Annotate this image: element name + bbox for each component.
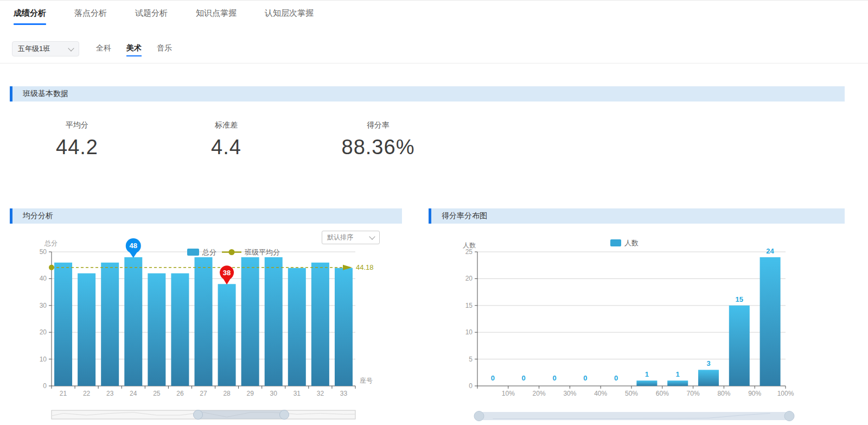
count-bar-90%[interactable] [729,306,750,386]
x-tick-label: 25 [153,390,161,397]
section-title: 班级基本数据 [23,89,68,99]
subject-tab-music[interactable]: 音乐 [157,43,172,56]
bar-value-label: 1 [645,370,649,378]
score-analysis-page: { "colors": { "accent": "#1677ff", "head… [0,0,868,425]
y-tick-label: 10 [40,356,47,363]
x-tick-label: 31 [293,390,301,397]
datazoom-handle-left[interactable] [194,410,203,420]
count-bar-60%[interactable] [636,380,657,386]
legend-bar-marker[interactable] [610,239,621,246]
score-bar-seat-21[interactable] [54,263,72,386]
score-bar-seat-32[interactable] [311,263,329,386]
x-tick-label: 29 [246,390,254,397]
bar-value-label: 0 [614,374,618,382]
y-tick-label: 0 [43,382,47,390]
legend-label[interactable]: 人数 [624,239,639,247]
average-value-label: 44.18 [356,263,374,271]
y-axis-title: 总分 [44,239,58,247]
bar-value-label: 3 [706,359,710,367]
stat-average-score: 平均分 44.2 [34,120,120,159]
bar-value-label: 0 [522,374,526,382]
class-select-value: 五年级1班 [18,44,50,54]
x-tick-label: 24 [130,390,137,397]
tab-score-analysis[interactable]: 成绩分析 [14,8,46,25]
section-accent-bar [10,208,12,224]
score-bar-seat-26[interactable] [171,274,189,386]
y-tick-label: 20 [40,328,47,336]
stat-std-deviation: 标准差 4.4 [188,120,264,159]
avg-panel-header: 均分分析 [10,208,402,224]
score-bar-seat-28[interactable] [218,284,236,386]
bar-value-label: 24 [766,247,774,255]
svg-text:48: 48 [130,242,137,250]
score-bar-seat-29[interactable] [241,257,259,386]
tab-cognitive-mastery[interactable]: 认知层次掌握 [265,8,314,25]
score-bar-seat-27[interactable] [195,257,213,386]
legend-bar-marker[interactable] [187,249,199,256]
average-line-dot [49,265,54,270]
score-bar-seat-24[interactable] [124,257,142,386]
point-marker-48[interactable]: 48 [126,238,141,258]
section-title: 均分分析 [23,211,53,221]
subject-tab-all[interactable]: 全科 [96,43,111,56]
x-tick-label: 90% [748,390,761,397]
datazoom-handle-right[interactable] [784,411,794,421]
datazoom-handle-right[interactable] [280,410,289,420]
score-bar-seat-31[interactable] [288,268,306,386]
dist-chart-area: 051015202510%20%30%40%50%60%70%80%90%100… [429,224,845,425]
chevron-down-icon [369,233,375,239]
x-tick-label: 30% [563,390,576,397]
legend-line-dot[interactable] [229,249,235,255]
x-tick-label: 30 [270,390,278,397]
x-tick-label: 23 [106,390,114,397]
score-bar-seat-25[interactable] [148,274,165,386]
count-bar-70%[interactable] [667,380,688,386]
legend-label[interactable]: 班级平均分 [245,248,280,256]
x-tick-label: 20% [533,390,546,397]
x-tick-label: 28 [223,390,231,397]
x-tick-label: 22 [83,390,91,397]
legend-label[interactable]: 总分 [202,248,216,256]
sort-order-select[interactable]: 默认排序 [322,231,380,244]
active-subject-underline [126,55,142,56]
stat-label: 平均分 [34,120,120,130]
avg-score-panel: 均分分析 01020304050总分座号21222324252627282930… [10,208,402,425]
class-select[interactable]: 五年级1班 [12,41,79,56]
dist-panel-header: 得分率分布图 [429,208,845,224]
x-tick-label: 26 [176,390,184,397]
bar-value-label: 15 [736,295,743,303]
x-tick-label: 32 [317,390,324,397]
tab-label: 认知层次掌握 [265,8,314,17]
score-bar-seat-23[interactable] [101,263,119,386]
count-bar-100%[interactable] [760,257,781,386]
y-tick-label: 50 [40,248,47,256]
y-axis-title: 人数 [463,242,476,249]
basic-stats-row: 平均分 44.2 标准差 4.4 得分率 88.36% [0,120,427,159]
section-accent-bar [429,208,431,224]
point-marker-38[interactable]: 38 [220,265,234,284]
stat-label: 标准差 [188,120,264,130]
tab-landing-analysis[interactable]: 落点分析 [74,8,107,25]
y-tick-label: 15 [465,302,473,309]
y-tick-label: 20 [465,275,473,282]
section-accent-bar [10,86,12,102]
datazoom-handle-left[interactable] [474,411,484,421]
x-tick-label: 21 [60,390,67,397]
score-bar-seat-33[interactable] [335,268,353,386]
bar-value-label: 0 [583,374,587,382]
score-bar-seat-30[interactable] [265,257,283,386]
subject-tab-art[interactable]: 美术 [126,43,142,56]
count-bar-80%[interactable] [698,370,719,386]
subject-tabs: 全科 美术 音乐 [96,43,172,56]
tab-label: 成绩分析 [14,8,46,17]
score-bar-seat-22[interactable] [78,274,95,386]
x-tick-label: 27 [200,390,207,397]
tab-knowledge-mastery[interactable]: 知识点掌握 [196,8,237,25]
tab-label: 知识点掌握 [196,8,237,17]
x-tick-label: 100% [777,390,794,397]
x-tick-label: 60% [656,390,669,397]
sort-select-value: 默认排序 [327,233,353,242]
tab-question-analysis[interactable]: 试题分析 [135,8,168,25]
stat-label: 得分率 [329,120,427,130]
datazoom-selected-range[interactable] [198,410,284,419]
